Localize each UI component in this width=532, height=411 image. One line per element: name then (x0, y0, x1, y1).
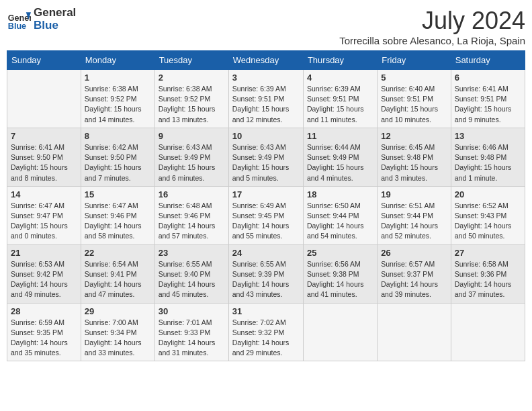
calendar-cell: 11Sunrise: 6:44 AM Sunset: 9:49 PM Dayli… (303, 128, 377, 186)
column-header-tuesday: Tuesday (154, 51, 228, 70)
day-number: 25 (307, 248, 373, 258)
day-info: Sunrise: 6:47 AM Sunset: 9:47 PM Dayligh… (11, 201, 77, 242)
day-number: 18 (307, 189, 373, 199)
calendar-cell: 30Sunrise: 7:01 AM Sunset: 9:33 PM Dayli… (154, 303, 228, 361)
calendar-cell: 4Sunrise: 6:39 AM Sunset: 9:51 PM Daylig… (303, 70, 377, 128)
calendar-cell (7, 70, 81, 128)
day-info: Sunrise: 6:39 AM Sunset: 9:51 PM Dayligh… (307, 84, 373, 125)
calendar-cell: 20Sunrise: 6:52 AM Sunset: 9:43 PM Dayli… (451, 186, 525, 244)
day-number: 28 (11, 306, 77, 316)
calendar-cell: 28Sunrise: 6:59 AM Sunset: 9:35 PM Dayli… (7, 303, 81, 361)
column-header-sunday: Sunday (7, 51, 81, 70)
calendar-cell: 8Sunrise: 6:42 AM Sunset: 9:50 PM Daylig… (81, 128, 154, 186)
day-info: Sunrise: 6:52 AM Sunset: 9:43 PM Dayligh… (455, 201, 521, 242)
day-number: 24 (232, 248, 300, 258)
day-info: Sunrise: 7:01 AM Sunset: 9:33 PM Dayligh… (159, 318, 225, 359)
day-info: Sunrise: 6:45 AM Sunset: 9:48 PM Dayligh… (381, 142, 447, 183)
day-info: Sunrise: 6:57 AM Sunset: 9:37 PM Dayligh… (381, 259, 447, 300)
day-info: Sunrise: 6:39 AM Sunset: 9:51 PM Dayligh… (232, 84, 300, 125)
calendar-week-row: 28Sunrise: 6:59 AM Sunset: 9:35 PM Dayli… (7, 303, 525, 361)
calendar-cell: 1Sunrise: 6:38 AM Sunset: 9:52 PM Daylig… (81, 70, 154, 128)
day-info: Sunrise: 6:56 AM Sunset: 9:38 PM Dayligh… (307, 259, 373, 300)
calendar-cell: 17Sunrise: 6:49 AM Sunset: 9:45 PM Dayli… (228, 186, 303, 244)
day-number: 3 (232, 73, 300, 83)
day-number: 21 (11, 248, 77, 258)
calendar-cell: 14Sunrise: 6:47 AM Sunset: 9:47 PM Dayli… (7, 186, 81, 244)
calendar-cell: 25Sunrise: 6:56 AM Sunset: 9:38 PM Dayli… (303, 244, 377, 303)
day-number: 22 (85, 248, 151, 258)
day-number: 30 (159, 306, 225, 316)
column-header-wednesday: Wednesday (228, 51, 303, 70)
day-info: Sunrise: 6:47 AM Sunset: 9:46 PM Dayligh… (85, 201, 151, 242)
day-info: Sunrise: 6:44 AM Sunset: 9:49 PM Dayligh… (307, 142, 373, 183)
month-title: July 2024 (339, 7, 525, 35)
day-info: Sunrise: 6:42 AM Sunset: 9:50 PM Dayligh… (85, 142, 151, 183)
calendar-cell: 31Sunrise: 7:02 AM Sunset: 9:32 PM Dayli… (228, 303, 303, 361)
day-number: 13 (455, 131, 521, 141)
day-info: Sunrise: 6:53 AM Sunset: 9:42 PM Dayligh… (11, 259, 77, 300)
day-number: 9 (159, 131, 225, 141)
column-header-thursday: Thursday (303, 51, 377, 70)
day-number: 19 (381, 189, 447, 199)
day-info: Sunrise: 7:00 AM Sunset: 9:34 PM Dayligh… (85, 318, 151, 359)
calendar-cell: 29Sunrise: 7:00 AM Sunset: 9:34 PM Dayli… (81, 303, 154, 361)
calendar-cell: 3Sunrise: 6:39 AM Sunset: 9:51 PM Daylig… (228, 70, 303, 128)
calendar-table: SundayMondayTuesdayWednesdayThursdayFrid… (7, 50, 525, 361)
day-number: 16 (159, 189, 225, 199)
day-info: Sunrise: 6:58 AM Sunset: 9:36 PM Dayligh… (455, 259, 521, 300)
calendar-cell: 5Sunrise: 6:40 AM Sunset: 9:51 PM Daylig… (378, 70, 451, 128)
logo-wordmark: General Blue (34, 7, 76, 32)
day-number: 27 (455, 248, 521, 258)
calendar-cell: 22Sunrise: 6:54 AM Sunset: 9:41 PM Dayli… (81, 244, 154, 303)
day-info: Sunrise: 6:55 AM Sunset: 9:39 PM Dayligh… (232, 259, 300, 300)
logo: General Blue General Blue (7, 7, 76, 32)
calendar-cell: 19Sunrise: 6:51 AM Sunset: 9:44 PM Dayli… (378, 186, 451, 244)
day-number: 1 (85, 73, 151, 83)
calendar-cell: 2Sunrise: 6:38 AM Sunset: 9:52 PM Daylig… (154, 70, 228, 128)
calendar-cell: 7Sunrise: 6:41 AM Sunset: 9:50 PM Daylig… (7, 128, 81, 186)
day-info: Sunrise: 6:49 AM Sunset: 9:45 PM Dayligh… (232, 201, 300, 242)
day-number: 31 (232, 306, 300, 316)
calendar-cell (303, 303, 377, 361)
calendar-cell: 10Sunrise: 6:43 AM Sunset: 9:49 PM Dayli… (228, 128, 303, 186)
day-info: Sunrise: 6:59 AM Sunset: 9:35 PM Dayligh… (11, 318, 77, 359)
day-info: Sunrise: 6:48 AM Sunset: 9:46 PM Dayligh… (159, 201, 225, 242)
calendar-cell: 18Sunrise: 6:50 AM Sunset: 9:44 PM Dayli… (303, 186, 377, 244)
day-number: 15 (85, 189, 151, 199)
day-number: 14 (11, 189, 77, 199)
page-header: General Blue General Blue July 2024 Torr… (7, 7, 525, 46)
calendar-cell: 9Sunrise: 6:43 AM Sunset: 9:49 PM Daylig… (154, 128, 228, 186)
day-info: Sunrise: 7:02 AM Sunset: 9:32 PM Dayligh… (232, 318, 300, 359)
day-number: 17 (232, 189, 300, 199)
day-number: 2 (159, 73, 225, 83)
day-info: Sunrise: 6:55 AM Sunset: 9:40 PM Dayligh… (159, 259, 225, 300)
logo-icon: General Blue (7, 7, 31, 32)
location: Torrecilla sobre Alesanco, La Rioja, Spa… (339, 35, 525, 46)
calendar-cell: 21Sunrise: 6:53 AM Sunset: 9:42 PM Dayli… (7, 244, 81, 303)
calendar-cell: 26Sunrise: 6:57 AM Sunset: 9:37 PM Dayli… (378, 244, 451, 303)
svg-text:Blue: Blue (8, 21, 26, 31)
day-info: Sunrise: 6:54 AM Sunset: 9:41 PM Dayligh… (85, 259, 151, 300)
calendar-week-row: 7Sunrise: 6:41 AM Sunset: 9:50 PM Daylig… (7, 128, 525, 186)
day-number: 26 (381, 248, 447, 258)
calendar-week-row: 1Sunrise: 6:38 AM Sunset: 9:52 PM Daylig… (7, 70, 525, 128)
day-number: 29 (85, 306, 151, 316)
calendar-cell: 6Sunrise: 6:41 AM Sunset: 9:51 PM Daylig… (451, 70, 525, 128)
calendar-cell: 24Sunrise: 6:55 AM Sunset: 9:39 PM Dayli… (228, 244, 303, 303)
calendar-week-row: 14Sunrise: 6:47 AM Sunset: 9:47 PM Dayli… (7, 186, 525, 244)
day-info: Sunrise: 6:50 AM Sunset: 9:44 PM Dayligh… (307, 201, 373, 242)
day-info: Sunrise: 6:43 AM Sunset: 9:49 PM Dayligh… (159, 142, 225, 183)
calendar-cell: 23Sunrise: 6:55 AM Sunset: 9:40 PM Dayli… (154, 244, 228, 303)
calendar-cell: 13Sunrise: 6:46 AM Sunset: 9:48 PM Dayli… (451, 128, 525, 186)
calendar-cell: 27Sunrise: 6:58 AM Sunset: 9:36 PM Dayli… (451, 244, 525, 303)
column-header-monday: Monday (81, 51, 154, 70)
calendar-cell (451, 303, 525, 361)
day-info: Sunrise: 6:46 AM Sunset: 9:48 PM Dayligh… (455, 142, 521, 183)
day-info: Sunrise: 6:43 AM Sunset: 9:49 PM Dayligh… (232, 142, 300, 183)
day-info: Sunrise: 6:38 AM Sunset: 9:52 PM Dayligh… (159, 84, 225, 125)
day-info: Sunrise: 6:41 AM Sunset: 9:50 PM Dayligh… (11, 142, 77, 183)
day-number: 5 (381, 73, 447, 83)
calendar-cell: 12Sunrise: 6:45 AM Sunset: 9:48 PM Dayli… (378, 128, 451, 186)
column-header-friday: Friday (378, 51, 451, 70)
day-info: Sunrise: 6:38 AM Sunset: 9:52 PM Dayligh… (85, 84, 151, 125)
